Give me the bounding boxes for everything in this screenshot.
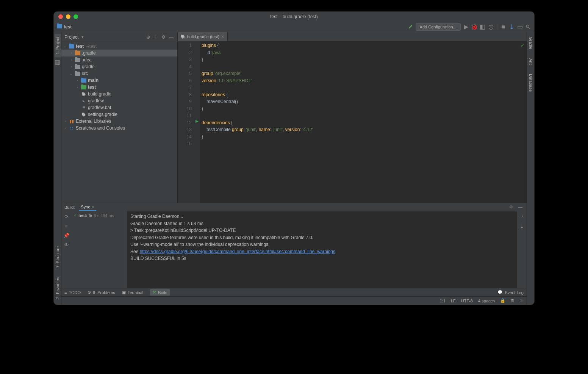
stop-build-icon[interactable]: ■ <box>65 223 68 229</box>
chevron-down-icon: ▼ <box>81 35 84 39</box>
svg-point-0 <box>526 25 529 28</box>
gear-icon[interactable]: ⚙ <box>161 34 167 40</box>
add-configuration-button[interactable]: Add Configuration... <box>416 23 461 31</box>
build-tool-button[interactable]: ⚒Build <box>150 289 169 296</box>
line-ending[interactable]: LF <box>451 299 456 303</box>
window-title: test – build.gradle (test) <box>270 14 317 19</box>
gradle-docs-link[interactable]: https://docs.gradle.org/6.3/userguide/co… <box>140 249 335 254</box>
favorites-tool-button[interactable]: 2: Favorites <box>55 274 61 302</box>
build-label: Build: <box>64 205 75 210</box>
build-console[interactable]: Starting Gradle Daemon...Gradle Daemon s… <box>127 211 517 264</box>
bottom-toolbar: ≡TODO ⊘6: Problems ▣Terminal ⚒Build 💬Eve… <box>61 288 527 296</box>
titlebar: test – build.gradle (test) <box>54 12 534 22</box>
terminal-tool-button[interactable]: ▣Terminal <box>122 290 144 295</box>
right-tool-strip: Gradle Ant Database <box>527 32 534 305</box>
tree-node-settings-gradle[interactable]: 🐘settings.gradle <box>61 111 177 118</box>
check-icon: ✓ <box>74 213 77 218</box>
collapse-icon[interactable]: ÷ <box>154 34 159 40</box>
sync-tab[interactable]: Sync× <box>79 204 97 211</box>
hide-panel-icon[interactable]: — <box>169 34 174 40</box>
ide-status-icon[interactable]: ⊘ <box>519 298 523 303</box>
svg-line-1 <box>529 27 530 29</box>
status-bar: 1:1 LF UTF-8 4 spaces 🔒 ⛃ ⊘ <box>61 296 527 305</box>
left-tool-strip: 1: Project ▦ 7: Structure 2: Favorites <box>54 32 61 305</box>
build-gear-icon[interactable]: ⚙ <box>509 205 514 210</box>
caret-position[interactable]: 1:1 <box>440 299 446 303</box>
update-icon[interactable]: ⤓ <box>508 24 514 30</box>
nav-bar: test Add Configuration... ▶ 🐞 ◧ ◷ | ■ ⤓ … <box>54 22 534 32</box>
build-hide-icon[interactable]: — <box>518 205 524 210</box>
ide-window: test – build.gradle (test) test Add Conf… <box>53 11 535 305</box>
close-window-icon[interactable] <box>58 14 63 19</box>
database-tool-button[interactable]: Database <box>528 71 534 95</box>
tree-node-scratches[interactable]: ›◎Scratches and Consoles <box>61 125 177 131</box>
breadcrumb[interactable]: test <box>57 24 72 30</box>
gradle-tool-button[interactable]: Gradle <box>528 34 534 52</box>
gradle-file-icon: 🐘 <box>181 34 185 39</box>
stop-icon[interactable]: ■ <box>500 24 506 30</box>
profile-icon[interactable]: ◷ <box>488 24 494 30</box>
traffic-lights <box>58 14 78 19</box>
editor-tab-build-gradle[interactable]: 🐘 build.gradle (test) × <box>178 32 228 41</box>
line-numbers: 123456789101112131415 <box>178 41 195 203</box>
project-panel: Project ▼ ⊕ ÷ ⚙ — ⌄ test ~/test <box>61 32 178 203</box>
scroll-end-icon[interactable]: ⤓ <box>520 223 524 229</box>
filter-icon[interactable]: 👁 <box>64 242 69 248</box>
problems-indicator-icon[interactable]: ✓ <box>521 43 524 48</box>
project-icon <box>57 24 62 30</box>
build-right-toolbar: ⤶ ⤓ <box>517 211 527 288</box>
build-left-toolbar: ⟳ ■ 📌 👁 <box>61 211 71 288</box>
problems-tool-button[interactable]: ⊘6: Problems <box>88 290 115 295</box>
encoding[interactable]: UTF-8 <box>461 299 473 303</box>
gutter-icons: ▶ <box>195 41 200 203</box>
pin-icon[interactable]: 📌 <box>63 233 69 238</box>
editor: 🐘 build.gradle (test) × 1234567891011121… <box>178 32 527 203</box>
debug-icon[interactable]: 🐞 <box>471 24 477 30</box>
project-tree: ⌄ test ~/test ›.gradle ›.idea ›gradle ⌄s… <box>61 42 177 203</box>
memory-icon[interactable]: ⛃ <box>511 298 514 303</box>
tree-node-build-gradle[interactable]: 🐘build.gradle <box>61 91 177 97</box>
event-log-button[interactable]: 💬Event Log <box>497 290 524 295</box>
tree-node-idea-dir[interactable]: ›.idea <box>61 56 177 63</box>
breadcrumb-root: test <box>64 24 72 30</box>
run-icon[interactable]: ▶ <box>463 24 469 30</box>
zoom-window-icon[interactable] <box>74 14 78 19</box>
build-icon[interactable] <box>407 24 413 30</box>
tree-node-main[interactable]: ›main <box>61 77 177 84</box>
run-gutter-icon[interactable]: ▶ <box>195 119 199 123</box>
todo-tool-button[interactable]: ≡TODO <box>64 290 81 295</box>
layout-icon[interactable]: ▭ <box>517 24 523 30</box>
project-view-selector[interactable]: Project <box>64 34 78 40</box>
search-everywhere-icon[interactable] <box>525 24 531 30</box>
build-panel: Build: Sync× ⚙ — ⟳ ■ 📌 👁 ✓ test: fir 6 s… <box>61 203 527 288</box>
tree-node-src[interactable]: ⌄src <box>61 70 177 77</box>
tree-root[interactable]: ⌄ test ~/test <box>61 43 177 50</box>
project-strip-icon: ▦ <box>55 59 61 65</box>
target-icon[interactable]: ⊕ <box>146 34 152 40</box>
build-tree[interactable]: ✓ test: fir 6 s 434 ms <box>71 211 127 288</box>
tree-node-external-libraries[interactable]: ›▮▮External Libraries <box>61 118 177 125</box>
ant-tool-button[interactable]: Ant <box>528 55 534 68</box>
project-tool-button[interactable]: 1: Project <box>55 34 61 57</box>
soft-wrap-icon[interactable]: ⤶ <box>520 214 524 219</box>
tree-node-gradlew-bat[interactable]: ≣gradlew.bat <box>61 104 177 111</box>
tree-node-test[interactable]: ›test <box>61 84 177 91</box>
coverage-icon[interactable]: ◧ <box>480 24 486 30</box>
indent-settings[interactable]: 4 spaces <box>478 299 495 303</box>
structure-tool-button[interactable]: 7: Structure <box>55 243 61 271</box>
minimize-window-icon[interactable] <box>66 14 70 19</box>
code-area[interactable]: plugins { id 'java'} group 'org.example'… <box>200 41 527 203</box>
refresh-icon[interactable]: ⟳ <box>64 214 69 219</box>
tree-node-gradlew[interactable]: ▸gradlew <box>61 97 177 104</box>
tree-node-gradle-folder[interactable]: ›gradle <box>61 63 177 70</box>
lock-icon[interactable]: 🔒 <box>500 298 505 303</box>
tree-node-gradle-dir[interactable]: ›.gradle <box>61 50 177 56</box>
close-tab-icon[interactable]: × <box>221 34 224 39</box>
